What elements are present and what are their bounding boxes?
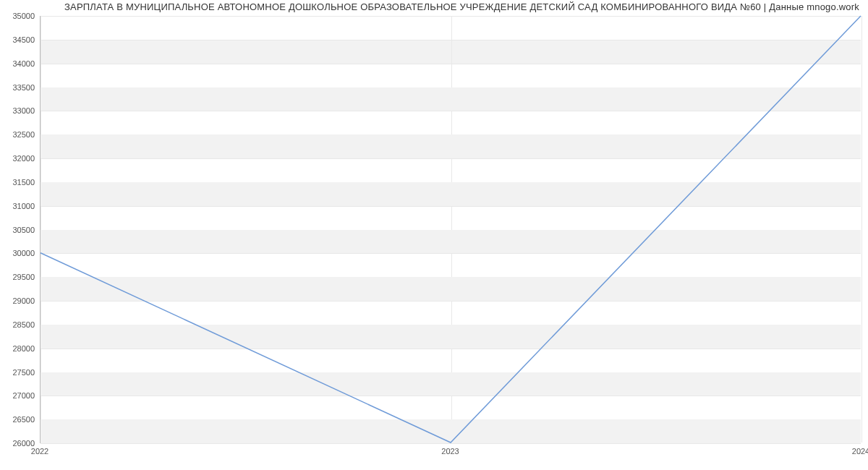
chart-title: ЗАРПЛАТА В МУНИЦИПАЛЬНОЕ АВТОНОМНОЕ ДОШК… — [6, 1, 859, 12]
y-tick-label: 29500 — [0, 273, 35, 281]
y-tick-label: 34000 — [0, 59, 35, 68]
y-tick-label: 30500 — [0, 226, 35, 234]
x-tick-label: 2023 — [441, 447, 459, 456]
y-tick-label: 32500 — [0, 130, 35, 139]
y-tick-label: 33000 — [0, 106, 35, 115]
line-series — [41, 16, 861, 443]
grid-line — [41, 443, 861, 444]
y-tick-label: 28000 — [0, 344, 35, 353]
y-tick-label: 26000 — [0, 439, 35, 448]
x-tick-label: 2024 — [852, 447, 868, 456]
y-tick-label: 27000 — [0, 391, 35, 400]
y-tick-label: 30000 — [0, 249, 35, 257]
grid-line — [861, 16, 862, 443]
y-tick-label: 29000 — [0, 296, 35, 305]
y-tick-label: 27500 — [0, 368, 35, 377]
y-tick-label: 35000 — [0, 12, 35, 20]
y-tick-label: 34500 — [0, 35, 35, 44]
y-tick-label: 28500 — [0, 320, 35, 329]
y-tick-label: 31500 — [0, 178, 35, 187]
x-tick-label: 2022 — [31, 447, 48, 456]
plot-area — [40, 16, 861, 443]
y-tick-label: 33500 — [0, 83, 35, 92]
y-tick-label: 31000 — [0, 202, 35, 210]
chart-container: ЗАРПЛАТА В МУНИЦИПАЛЬНОЕ АВТОНОМНОЕ ДОШК… — [0, 0, 868, 470]
y-tick-label: 32000 — [0, 154, 35, 163]
y-tick-label: 26500 — [0, 415, 35, 424]
